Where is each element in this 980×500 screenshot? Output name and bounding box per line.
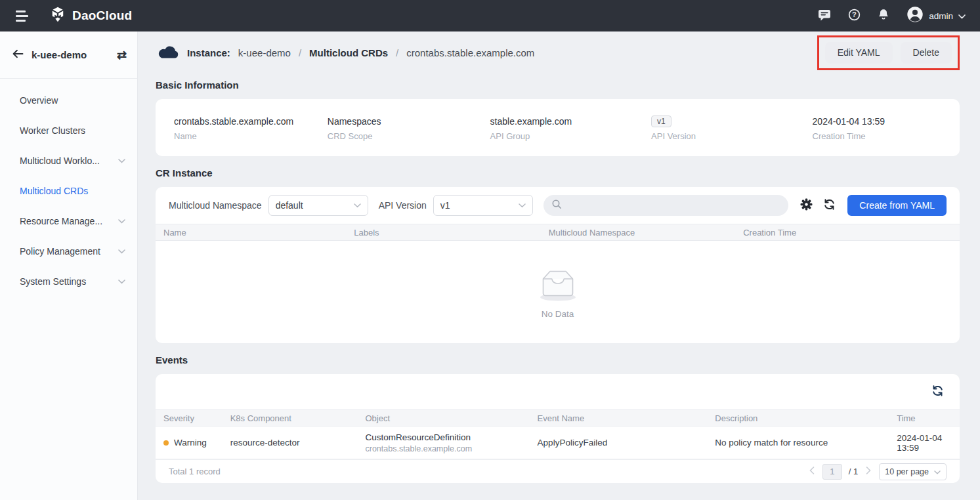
basic-information-card: crontabs.stable.example.com Name Namespa… [156, 99, 960, 156]
menu-toggle-button[interactable] [12, 7, 32, 26]
per-page-value: 10 per page [885, 467, 929, 476]
table-row: Warning resource-detector CustomResource… [156, 427, 960, 459]
page-total-text: / 1 [849, 467, 858, 476]
notifications-button[interactable] [878, 9, 889, 23]
search-icon [551, 199, 562, 212]
avatar-icon [906, 6, 924, 26]
main-content: Instance: k-uee-demo / Multicloud CRDs /… [138, 31, 980, 500]
daocloud-logo-icon [49, 6, 66, 26]
sidebar-item-system-settings[interactable]: System Settings [0, 266, 137, 297]
field-crd-scope: Namespaces CRD Scope [328, 114, 490, 141]
help-button[interactable]: ? [848, 9, 861, 23]
refresh-icon [931, 385, 944, 399]
svg-text:?: ? [852, 10, 857, 18]
column-header-multicloud-namespace: Multicloud Namespace [541, 228, 735, 238]
events-toolbar [156, 374, 960, 409]
messages-icon [818, 9, 831, 23]
field-creation-time: 2024-01-04 13:59 Creation Time [813, 114, 941, 141]
sidebar-item-worker-clusters[interactable]: Worker Clusters [0, 115, 137, 146]
per-page-select[interactable]: 10 per page [879, 463, 947, 480]
table-settings-button[interactable] [798, 196, 815, 215]
chevron-left-icon [809, 467, 815, 476]
sidebar: k-uee-demo ⇄ Overview Worker Clusters Mu… [0, 31, 138, 500]
column-header-object: Object [357, 413, 529, 423]
breadcrumb-item-instance[interactable]: k-uee-demo [238, 47, 291, 58]
column-header-name: Name [156, 228, 346, 238]
back-arrow-icon [12, 49, 24, 60]
basic-information-title: Basic Information [156, 79, 960, 91]
chevron-down-icon [519, 203, 526, 208]
cr-instance-title: CR Instance [156, 167, 960, 178]
gear-icon [800, 198, 813, 213]
field-api-group: stable.example.com API Group [490, 114, 651, 141]
brand[interactable]: DaoCloud [49, 6, 132, 26]
field-label: API Group [490, 131, 651, 141]
topbar: DaoCloud ? [0, 0, 980, 31]
column-header-severity: Severity [156, 413, 223, 423]
column-header-description: Description [707, 413, 889, 423]
pagination: / 1 10 per page [808, 463, 947, 480]
breadcrumb-item-crd-name: crontabs.stable.example.com [406, 47, 534, 58]
no-data-text: No Data [542, 309, 574, 319]
edit-yaml-button[interactable]: Edit YAML [825, 42, 893, 64]
previous-page-button[interactable] [808, 465, 816, 478]
k8s-component-cell: resource-detector [223, 438, 358, 448]
sidebar-item-resource-management[interactable]: Resource Manage... [0, 206, 137, 236]
warning-dot-icon [163, 440, 169, 446]
severity-text: Warning [174, 438, 207, 448]
messages-button[interactable] [818, 9, 831, 23]
namespace-select[interactable]: default [268, 195, 368, 216]
cr-instance-filters: Multicloud Namespace default API Version… [156, 187, 960, 224]
sidebar-item-overview[interactable]: Overview [0, 85, 137, 115]
field-value: 2024-01-04 13:59 [813, 114, 941, 129]
field-label: Name [174, 131, 328, 141]
event-name-cell: ApplyPolicyFailed [530, 438, 708, 448]
annotation-highlight-box: Edit YAML Delete [817, 35, 960, 70]
column-header-labels: Labels [346, 228, 540, 238]
search-box[interactable] [543, 195, 789, 216]
sidebar-item-label: Multicloud Worklo... [20, 156, 100, 166]
cloud-icon [156, 43, 181, 62]
breadcrumb-separator: / [297, 47, 303, 58]
sidebar-nav: Overview Worker Clusters Multicloud Work… [0, 79, 137, 297]
field-api-version: v1 API Version [651, 114, 812, 141]
object-cell: CustomResourceDefinition crontabs.stable… [357, 432, 529, 453]
chevron-down-icon [958, 10, 966, 22]
column-header-time: Time [889, 413, 960, 423]
refresh-button[interactable] [820, 196, 838, 215]
object-name: crontabs.stable.example.com [365, 444, 529, 453]
namespace-filter-label: Multicloud Namespace [169, 200, 262, 211]
column-header-k8s-component: K8s Component [223, 413, 358, 423]
sidebar-header: k-uee-demo ⇄ [0, 31, 137, 79]
user-menu[interactable]: admin [906, 6, 966, 26]
chevron-down-icon [118, 219, 125, 224]
sidebar-item-policy-management[interactable]: Policy Management [0, 236, 137, 266]
time-cell: 2024-01-04 13:59 [889, 433, 960, 453]
back-button[interactable] [11, 48, 25, 62]
breadcrumb-item-multicloud-crds[interactable]: Multicloud CRDs [309, 47, 388, 58]
field-value: stable.example.com [490, 114, 651, 129]
sidebar-item-label: Overview [20, 95, 58, 106]
create-from-yaml-button[interactable]: Create from YAML [847, 195, 947, 216]
field-value: Namespaces [328, 114, 490, 129]
delete-button[interactable]: Delete [901, 42, 952, 64]
total-records-text: Total 1 record [169, 467, 221, 476]
brand-name: DaoCloud [72, 9, 132, 23]
sidebar-item-label: Multicloud CRDs [20, 186, 88, 196]
chevron-down-icon [934, 467, 941, 476]
sidebar-item-multicloud-crds[interactable]: Multicloud CRDs [0, 176, 137, 206]
api-version-select[interactable]: v1 [433, 195, 533, 216]
field-label: API Version [651, 131, 812, 141]
chevron-right-icon [866, 467, 871, 476]
switch-instance-button[interactable]: ⇄ [117, 49, 127, 61]
search-input[interactable] [567, 201, 781, 211]
object-kind: CustomResourceDefinition [365, 432, 529, 442]
sidebar-item-label: Policy Management [20, 246, 100, 257]
page-number-input[interactable] [822, 464, 842, 480]
sidebar-item-multicloud-workloads[interactable]: Multicloud Worklo... [0, 146, 137, 176]
events-refresh-button[interactable] [929, 382, 947, 402]
next-page-button[interactable] [864, 465, 872, 478]
field-label: Creation Time [813, 131, 941, 141]
chevron-down-icon [354, 203, 361, 208]
no-data-tray-icon [534, 266, 582, 304]
